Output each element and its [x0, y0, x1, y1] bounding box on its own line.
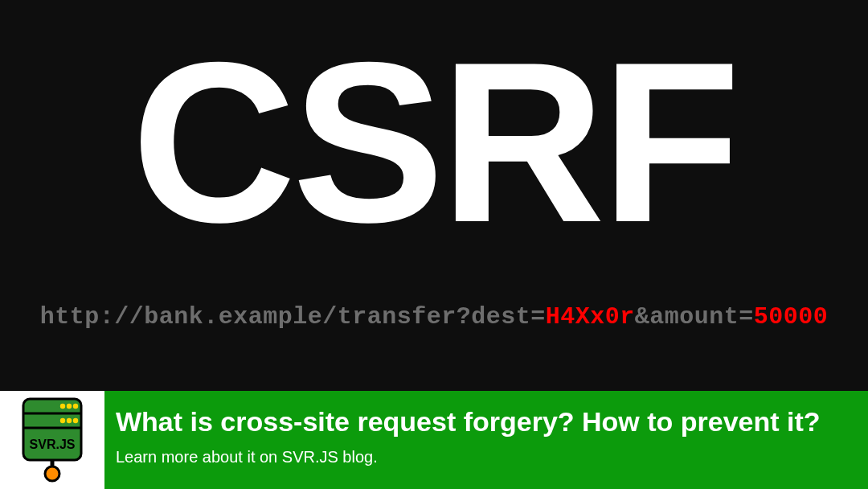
example-url: http://bank.example/transfer?dest=H4Xx0r… [40, 303, 829, 331]
logo-text: SVR.JS [30, 438, 76, 451]
svg-point-3 [60, 404, 65, 409]
svg-point-5 [73, 404, 78, 409]
svrjs-logo-icon: SVR.JS [17, 397, 88, 483]
svg-point-10 [45, 466, 59, 481]
footer-subtitle: Learn more about it on SVR.JS blog. [116, 448, 857, 466]
footer-text: What is cross-site request forgery? How … [104, 391, 868, 489]
footer: SVR.JS What is cross-site request forger… [0, 391, 868, 489]
svg-point-8 [73, 418, 78, 423]
logo-container: SVR.JS [0, 391, 104, 489]
url-dest-value: H4Xx0r [546, 303, 635, 331]
footer-title: What is cross-site request forgery? How … [116, 405, 857, 438]
svg-point-4 [67, 404, 72, 409]
url-amount-label: &amount= [635, 303, 754, 331]
url-prefix: http://bank.example/transfer?dest= [40, 303, 546, 331]
svg-point-6 [60, 418, 65, 423]
main-panel: CSRF http://bank.example/transfer?dest=H… [0, 0, 868, 391]
svg-point-7 [67, 418, 72, 423]
url-amount-value: 50000 [754, 303, 829, 331]
csrf-heading: CSRF [131, 28, 736, 257]
